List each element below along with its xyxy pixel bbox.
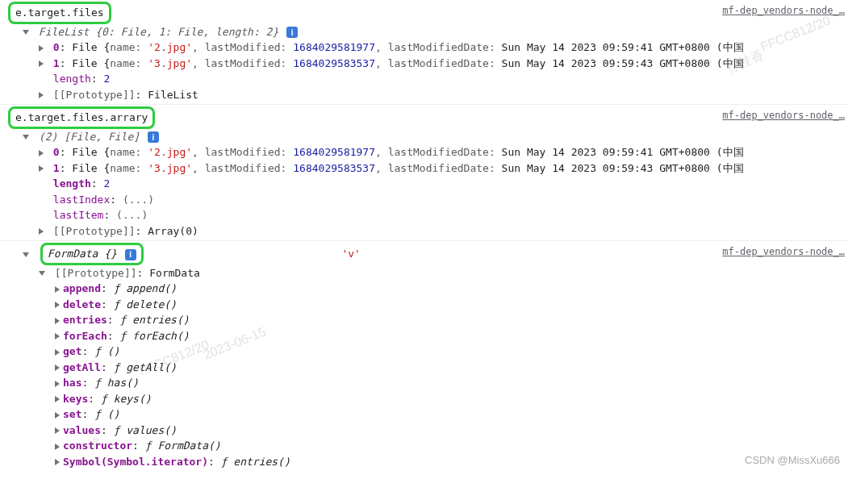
last-modified: 1684029583537 — [293, 162, 375, 174]
triangle-right-icon[interactable] — [39, 60, 44, 67]
method-name: constructor — [63, 439, 132, 452]
prototype-row[interactable]: [[Prototype]]: Array(0) — [0, 223, 848, 240]
method-row[interactable]: has: ƒ has() — [0, 375, 848, 391]
item-type: File — [72, 57, 97, 69]
method-row[interactable]: getAll: ƒ getAll() — [0, 360, 848, 376]
triangle-down-icon[interactable] — [23, 30, 29, 35]
proto-value: FileList — [148, 89, 198, 101]
last-modified: 1684029583537 — [293, 57, 375, 69]
triangle-right-icon[interactable] — [39, 165, 44, 172]
proto-value: Array(0) — [148, 225, 198, 237]
last-modified-date: Sun May 14 2023 09:59:41 GMT+0800 (中国 — [502, 146, 744, 158]
triangle-right-icon[interactable] — [39, 150, 44, 156]
source-link[interactable]: mf-dep_vendors-node_… — [722, 108, 845, 123]
triangle-right-icon[interactable] — [55, 364, 60, 371]
summary-prefix: FileList — [39, 26, 95, 38]
method-row[interactable]: keys: ƒ keys() — [0, 391, 848, 407]
triangle-right-icon[interactable] — [55, 444, 60, 450]
object-item-row[interactable]: 1: File {name: '3.jpg', lastModified: 16… — [0, 160, 848, 177]
triangle-right-icon[interactable] — [55, 286, 60, 293]
triangle-down-icon[interactable] — [39, 271, 45, 276]
highlight-box: FormData {} i — [40, 243, 144, 265]
prop-label: length — [53, 177, 91, 190]
proto-value: FormData — [149, 267, 200, 279]
triangle-right-icon[interactable] — [55, 427, 60, 434]
triangle-right-icon[interactable] — [55, 333, 60, 339]
info-icon[interactable]: i — [286, 27, 298, 38]
expression-text: FormData {} — [48, 248, 117, 260]
object-item-row[interactable]: 1: File {name: '3.jpg', lastModified: 16… — [0, 56, 848, 72]
method-row[interactable]: Symbol(Symbol.iterator): ƒ entries() — [0, 454, 848, 470]
triangle-right-icon[interactable] — [55, 381, 60, 387]
property-row: length: 2 — [0, 71, 848, 87]
method-signature: ƒ has() — [94, 377, 139, 389]
prop-label: lastItem — [53, 209, 104, 221]
property-row[interactable]: lastItem: (...) — [0, 207, 848, 223]
object-item-row[interactable]: 0: File {name: '2.jpg', lastModified: 16… — [0, 144, 848, 160]
method-row[interactable]: values: ƒ values() — [0, 423, 848, 439]
triangle-right-icon[interactable] — [55, 349, 60, 356]
method-row[interactable]: forEach: ƒ forEach() — [0, 328, 848, 344]
item-index: 1 — [53, 57, 60, 69]
prop-label: lastIndex — [53, 194, 110, 206]
triangle-right-icon[interactable] — [55, 459, 60, 465]
method-signature: ƒ values() — [114, 424, 177, 436]
method-signature: ƒ keys() — [101, 393, 152, 405]
log-expression-row: e.target.files — [0, 2, 848, 24]
method-name: append — [63, 282, 101, 294]
info-icon[interactable]: i — [148, 131, 159, 143]
item-index: 1 — [53, 162, 60, 174]
method-row[interactable]: constructor: ƒ FormData() — [0, 438, 848, 454]
prop-value: (...) — [123, 194, 154, 206]
method-row[interactable]: append: ƒ append() — [0, 281, 848, 297]
item-type: File — [72, 41, 97, 53]
method-name: getAll — [63, 361, 101, 373]
triangle-right-icon[interactable] — [39, 92, 44, 98]
property-row[interactable]: lastIndex: (...) — [0, 192, 848, 208]
source-link[interactable]: mf-dep_vendors-node_… — [722, 244, 845, 259]
source-link[interactable]: mf-dep_vendors-node_… — [722, 3, 845, 18]
prop-value: 2 — [103, 177, 110, 190]
method-signature: ƒ delete() — [114, 298, 177, 310]
prop-value: (...) — [116, 209, 148, 221]
triangle-right-icon[interactable] — [39, 45, 44, 52]
prototype-row[interactable]: [[Prototype]]: FormData — [0, 265, 848, 281]
triangle-right-icon[interactable] — [55, 396, 60, 402]
method-name: Symbol(Symbol.iterator) — [63, 456, 208, 468]
summary-prefix: (2) — [39, 131, 64, 143]
triangle-right-icon[interactable] — [39, 228, 44, 235]
credit-text: CSDN @MissXu666 — [745, 452, 840, 469]
file-name: '2.jpg' — [148, 146, 192, 158]
item-type: File — [72, 162, 97, 174]
object-item-row[interactable]: 0: File {name: '2.jpg', lastModified: 16… — [0, 40, 848, 56]
triangle-right-icon[interactable] — [55, 318, 60, 324]
method-row[interactable]: entries: ƒ entries() — [0, 312, 848, 328]
summary-body: {0: File, 1: File, length: 2} — [95, 26, 278, 38]
method-signature: ƒ getAll() — [114, 361, 177, 373]
last-modified-date: Sun May 14 2023 09:59:43 GMT+0800 (中国 — [502, 162, 744, 174]
object-summary-row[interactable]: FileList {0: File, 1: File, length: 2} i — [0, 24, 848, 40]
property-row: length: 2 — [0, 176, 848, 192]
method-signature: ƒ forEach() — [119, 330, 189, 342]
last-modified-date: Sun May 14 2023 09:59:43 GMT+0800 (中国 — [502, 57, 744, 69]
console-group-formdata: mf-dep_vendors-node_… FormData {} i 'v' … — [0, 241, 848, 471]
object-summary-row[interactable]: (2) [File, File] i — [0, 129, 848, 145]
method-name: entries — [63, 314, 107, 326]
triangle-down-icon[interactable] — [23, 252, 29, 257]
highlight-box: e.target.files.arrary — [8, 106, 155, 129]
method-row[interactable]: set: ƒ () — [0, 406, 848, 423]
triangle-right-icon[interactable] — [55, 412, 60, 419]
console-group-array: mf-dep_vendors-node_… e.target.files.arr… — [0, 105, 848, 241]
expression-text: e.target.files.arrary — [15, 111, 148, 123]
triangle-right-icon[interactable] — [55, 302, 60, 308]
prototype-row[interactable]: [[Prototype]]: FileList — [0, 87, 848, 103]
method-row[interactable]: get: ƒ () — [0, 344, 848, 360]
method-signature: ƒ () — [94, 408, 119, 420]
method-name: keys — [63, 393, 88, 405]
file-name: '2.jpg' — [148, 41, 192, 53]
object-summary-row[interactable]: FormData {} i 'v' — [0, 243, 848, 265]
highlight-box: e.target.files — [8, 2, 111, 24]
triangle-down-icon[interactable] — [23, 135, 29, 140]
method-row[interactable]: delete: ƒ delete() — [0, 297, 848, 313]
info-icon[interactable]: i — [125, 249, 136, 260]
